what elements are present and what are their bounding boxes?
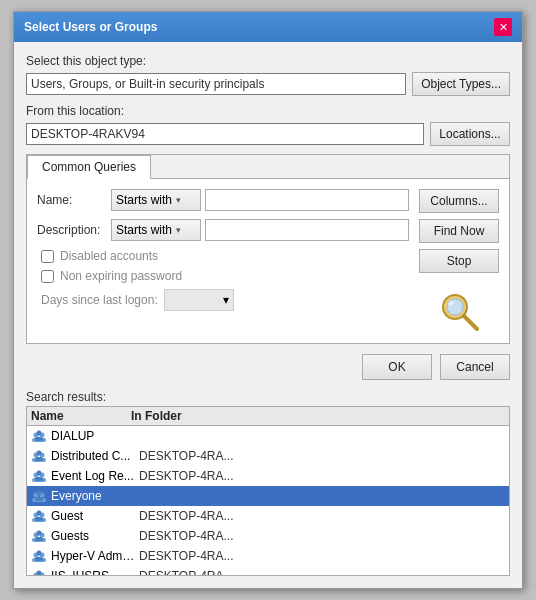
- magnifier-area: [419, 289, 499, 333]
- table-row[interactable]: Hyper-V Admi...DESKTOP-4RA...: [27, 546, 509, 566]
- table-row[interactable]: Event Log Re...DESKTOP-4RA...: [27, 466, 509, 486]
- row-name: Hyper-V Admi...: [51, 549, 135, 563]
- location-input[interactable]: [26, 123, 424, 145]
- tab-header: Common Queries: [27, 155, 509, 178]
- table-row[interactable]: Everyone: [27, 486, 509, 506]
- row-folder: DESKTOP-4RA...: [139, 529, 505, 543]
- action-row: OK Cancel: [26, 344, 510, 386]
- tab-common-queries[interactable]: Common Queries: [27, 155, 151, 179]
- svg-point-27: [37, 511, 42, 516]
- location-row: Locations...: [26, 122, 510, 146]
- svg-rect-8: [35, 437, 43, 441]
- table-row[interactable]: Distributed C...DESKTOP-4RA...: [27, 446, 509, 466]
- description-dropdown[interactable]: Starts with ▾: [111, 219, 201, 241]
- description-input[interactable]: [205, 219, 409, 241]
- select-users-dialog: Select Users or Groups ✕ Select this obj…: [13, 11, 523, 589]
- row-name: IIS_IUSRS: [51, 569, 135, 576]
- name-label: Name:: [37, 193, 107, 207]
- svg-line-2: [464, 316, 477, 329]
- object-type-label: Select this object type:: [26, 54, 510, 68]
- name-dropdown[interactable]: Starts with ▾: [111, 189, 201, 211]
- description-dropdown-text: Starts with: [116, 223, 172, 237]
- tab-content: Name: Starts with ▾ Description: Starts: [27, 178, 509, 343]
- search-results-label: Search results:: [26, 386, 510, 406]
- table-row[interactable]: IIS_IUSRSDESKTOP-4RA...: [27, 566, 509, 576]
- name-dropdown-arrow: ▾: [176, 195, 181, 205]
- description-label: Description:: [37, 223, 107, 237]
- name-dropdown-text: Starts with: [116, 193, 172, 207]
- svg-point-7: [37, 431, 42, 436]
- row-name: DIALUP: [51, 429, 135, 443]
- col-header-folder: In Folder: [131, 409, 505, 423]
- row-folder: DESKTOP-4RA...: [139, 549, 505, 563]
- svg-point-22: [37, 491, 42, 496]
- svg-point-37: [37, 551, 42, 556]
- svg-point-32: [37, 531, 42, 536]
- disabled-accounts-label: Disabled accounts: [60, 249, 158, 263]
- row-folder: DESKTOP-4RA...: [139, 469, 505, 483]
- stop-button[interactable]: Stop: [419, 249, 499, 273]
- svg-point-17: [37, 471, 42, 476]
- row-icon: [31, 468, 47, 484]
- description-dropdown-arrow: ▾: [176, 225, 181, 235]
- non-expiring-label: Non expiring password: [60, 269, 182, 283]
- svg-point-12: [37, 451, 42, 456]
- table-row[interactable]: GuestsDESKTOP-4RA...: [27, 526, 509, 546]
- name-input[interactable]: [205, 189, 409, 211]
- disabled-accounts-row: Disabled accounts: [37, 249, 409, 263]
- tab-form-area: Name: Starts with ▾ Description: Starts: [37, 189, 499, 333]
- tab-group: Common Queries Name: Starts with ▾: [26, 154, 510, 344]
- name-row: Name: Starts with ▾: [37, 189, 409, 211]
- row-icon: [31, 428, 47, 444]
- row-icon: [31, 488, 47, 504]
- svg-rect-18: [35, 477, 43, 481]
- object-type-row: Object Types...: [26, 72, 510, 96]
- svg-rect-28: [35, 517, 43, 521]
- object-type-input[interactable]: [26, 73, 406, 95]
- non-expiring-checkbox[interactable]: [41, 270, 54, 283]
- disabled-accounts-checkbox[interactable]: [41, 250, 54, 263]
- svg-rect-13: [35, 457, 43, 461]
- location-label: From this location:: [26, 104, 510, 118]
- find-now-button[interactable]: Find Now: [419, 219, 499, 243]
- dialog-title: Select Users or Groups: [24, 20, 157, 34]
- row-name: Everyone: [51, 489, 135, 503]
- ok-button[interactable]: OK: [362, 354, 432, 380]
- svg-rect-38: [35, 557, 43, 561]
- results-body: DIALUP Distributed C...DESKTOP-4RA... Ev…: [27, 426, 509, 576]
- row-icon: [31, 548, 47, 564]
- right-buttons: Columns... Find Now Stop: [419, 189, 499, 333]
- description-row: Description: Starts with ▾: [37, 219, 409, 241]
- results-wrapper: Name In Folder DIALUP Distributed C...DE…: [26, 406, 510, 576]
- svg-point-1: [447, 299, 463, 315]
- object-types-button[interactable]: Object Types...: [412, 72, 510, 96]
- row-folder: DESKTOP-4RA...: [139, 509, 505, 523]
- row-icon: [31, 568, 47, 576]
- days-row: Days since last logon: ▾: [37, 289, 409, 311]
- row-name: Guest: [51, 509, 135, 523]
- row-folder: DESKTOP-4RA...: [139, 569, 505, 576]
- table-row[interactable]: GuestDESKTOP-4RA...: [27, 506, 509, 526]
- col-header-name: Name: [31, 409, 131, 423]
- results-table[interactable]: Name In Folder DIALUP Distributed C...DE…: [26, 406, 510, 576]
- row-folder: DESKTOP-4RA...: [139, 449, 505, 463]
- svg-point-42: [37, 571, 42, 576]
- row-icon: [31, 448, 47, 464]
- table-row[interactable]: DIALUP: [27, 426, 509, 446]
- cancel-button[interactable]: Cancel: [440, 354, 510, 380]
- days-label: Days since last logon:: [41, 293, 158, 307]
- tab-form-fields: Name: Starts with ▾ Description: Starts: [37, 189, 409, 333]
- title-bar: Select Users or Groups ✕: [14, 12, 522, 42]
- row-name: Guests: [51, 529, 135, 543]
- row-icon: [31, 508, 47, 524]
- dialog-body: Select this object type: Object Types...…: [14, 42, 522, 588]
- close-button[interactable]: ✕: [494, 18, 512, 36]
- svg-rect-23: [35, 497, 43, 501]
- row-name: Distributed C...: [51, 449, 135, 463]
- days-dropdown[interactable]: ▾: [164, 289, 234, 311]
- columns-button[interactable]: Columns...: [419, 189, 499, 213]
- row-icon: [31, 528, 47, 544]
- results-table-header: Name In Folder: [27, 407, 509, 426]
- locations-button[interactable]: Locations...: [430, 122, 510, 146]
- non-expiring-row: Non expiring password: [37, 269, 409, 283]
